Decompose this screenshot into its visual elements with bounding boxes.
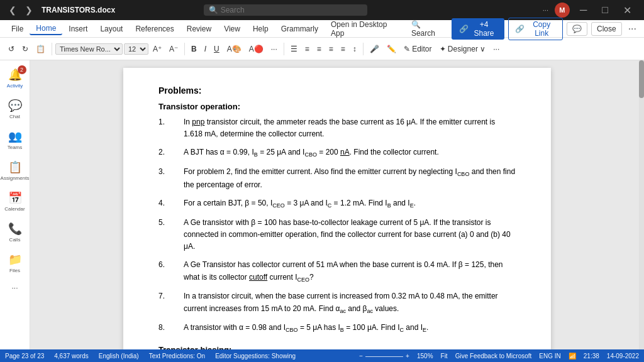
ribbon-more-button[interactable]: ··· bbox=[490, 43, 502, 55]
search-input[interactable] bbox=[221, 6, 362, 14]
files-label: Files bbox=[9, 268, 20, 273]
align-right-button[interactable]: ≡ bbox=[326, 43, 336, 55]
menu-references[interactable]: References bbox=[129, 23, 180, 35]
menu-file[interactable]: File bbox=[5, 23, 30, 35]
calls-label: Calls bbox=[9, 237, 21, 243]
menu-help[interactable]: Help bbox=[247, 23, 275, 35]
list-number: 3. bbox=[158, 166, 174, 191]
more-options-button[interactable]: ··· bbox=[539, 5, 552, 15]
zoom-decrease-icon[interactable]: − bbox=[359, 353, 363, 359]
minimize-button[interactable]: ─ bbox=[572, 4, 594, 16]
font-name-select[interactable]: Times New Ro... bbox=[55, 43, 123, 55]
menu-grammarly[interactable]: Grammarly bbox=[275, 23, 325, 35]
sidebar-item-activity[interactable]: 2 🔔 Activity bbox=[1, 64, 29, 92]
menu-view[interactable]: View bbox=[218, 23, 247, 35]
scroll-thumb[interactable] bbox=[639, 60, 644, 98]
mic-button[interactable]: 🎤 bbox=[367, 43, 382, 55]
search-icon: 🔍 bbox=[209, 6, 218, 14]
ribbon-divider-2 bbox=[184, 43, 185, 55]
zoom-increase-icon[interactable]: + bbox=[406, 353, 409, 359]
clipboard-button[interactable]: 📋 bbox=[33, 43, 48, 55]
wifi-icon: 📶 bbox=[569, 353, 576, 359]
status-bar-right: − —————— + 150% Fit Give Feedback to Mic… bbox=[359, 353, 639, 359]
main-heading: Problems: bbox=[158, 85, 516, 96]
sidebar-item-files[interactable]: 📁 Files bbox=[1, 249, 29, 277]
align-center-button[interactable]: ≡ bbox=[314, 43, 325, 55]
window-close-button[interactable]: ✕ bbox=[616, 4, 639, 16]
avatar[interactable]: M bbox=[555, 3, 570, 18]
sidebar-item-chat[interactable]: 💬 Chat bbox=[1, 95, 29, 123]
redo-button[interactable]: ↻ bbox=[19, 43, 31, 55]
forward-button[interactable]: ❯ bbox=[21, 4, 36, 16]
more-font-button[interactable]: ··· bbox=[268, 43, 280, 55]
tools-group: 🎤 ✏️ ✎ Editor ✦ Designer ∨ ··· bbox=[367, 43, 502, 55]
main-document-area[interactable]: Problems: Transistor operation: 1. In pn… bbox=[30, 60, 644, 349]
ribbon-divider-4 bbox=[363, 43, 364, 55]
menu-search[interactable]: 🔍 Search bbox=[405, 19, 452, 39]
menu-more-button[interactable]: ··· bbox=[626, 23, 639, 35]
menu-bar: File Home Insert Layout References Revie… bbox=[0, 20, 644, 38]
menu-review[interactable]: Review bbox=[180, 23, 218, 35]
copy-link-icon: 🔗 bbox=[515, 25, 525, 33]
more-icon: ··· bbox=[11, 283, 18, 292]
sidebar-item-calendar[interactable]: 📅 Calendar bbox=[1, 187, 29, 216]
font-color-button[interactable]: A🔴 bbox=[246, 43, 267, 55]
eng-label: ENG IN bbox=[539, 353, 560, 359]
zoom-control[interactable]: − —————— + bbox=[359, 353, 409, 359]
list-content: A BJT has α = 0.99, IB = 25 μA and ICBO … bbox=[184, 146, 516, 160]
list-content: A Ge transistor with β = 100 has base-to… bbox=[184, 217, 516, 253]
highlight-button[interactable]: A🎨 bbox=[224, 43, 245, 55]
list-button[interactable]: ☰ bbox=[287, 43, 301, 55]
scrollbar[interactable] bbox=[639, 60, 644, 349]
undo-redo-group: ↺ ↻ 📋 bbox=[5, 43, 48, 55]
underline-button[interactable]: U bbox=[211, 43, 223, 55]
align-left-button[interactable]: ≡ bbox=[302, 43, 313, 55]
calendar-icon: 📅 bbox=[8, 191, 22, 205]
feedback-label[interactable]: Give Feedback to Microsoft bbox=[455, 353, 532, 359]
ribbon-divider-3 bbox=[284, 43, 284, 55]
copy-link-button[interactable]: 🔗 Copy Link bbox=[508, 18, 563, 40]
list-item: 8. A transistor with α = 0.98 and ICBO =… bbox=[158, 322, 516, 335]
maximize-button[interactable]: □ bbox=[594, 4, 616, 16]
list-number: 8. bbox=[158, 322, 174, 335]
designer-button[interactable]: ✦ Designer ∨ bbox=[436, 43, 489, 55]
nav-buttons: ❮ ❯ bbox=[5, 4, 36, 16]
sidebar-item-teams[interactable]: 👥 Teams bbox=[1, 126, 29, 154]
zoom-slider[interactable]: —————— bbox=[365, 353, 403, 359]
comments-button[interactable]: 💬 bbox=[567, 22, 587, 36]
draw-button[interactable]: ✏️ bbox=[384, 43, 399, 55]
editor-button[interactable]: ✎ Editor bbox=[401, 43, 435, 55]
font-size-select[interactable]: 12 bbox=[124, 43, 148, 55]
spacing-button[interactable]: ↕ bbox=[350, 43, 360, 55]
calendar-label: Calendar bbox=[4, 206, 25, 212]
menu-bar-right: 🔗 +4 Share 🔗 Copy Link 💬 Close ··· bbox=[452, 18, 639, 40]
sidebar-item-calls[interactable]: 📞 Calls bbox=[1, 218, 29, 246]
menu-home[interactable]: Home bbox=[30, 23, 62, 35]
ribbon: ↺ ↻ 📋 Times New Ro... 12 A⁺ A⁻ B I U A🎨 … bbox=[0, 38, 644, 60]
list-item: 3. For problem 2, find the emitter curre… bbox=[158, 166, 516, 191]
undo-button[interactable]: ↺ bbox=[5, 43, 18, 55]
font-shrink-button[interactable]: A⁻ bbox=[166, 43, 181, 55]
title-search[interactable]: 🔍 bbox=[204, 4, 367, 16]
date-label: 14-09-2022 bbox=[607, 353, 639, 359]
list-content: In pnp transistor circuit, the ammeter r… bbox=[184, 116, 516, 140]
share-icon: 🔗 bbox=[459, 25, 469, 33]
menu-insert[interactable]: Insert bbox=[62, 23, 94, 35]
italic-button[interactable]: I bbox=[201, 43, 209, 55]
list-number: 2. bbox=[158, 146, 174, 160]
bold-button[interactable]: B bbox=[188, 43, 200, 55]
list-item: 4. For a certain BJT, β = 50, ICEO = 3 μ… bbox=[158, 197, 516, 211]
share-button[interactable]: 🔗 +4 Share bbox=[452, 18, 505, 40]
sidebar-item-assignments[interactable]: 📋 Assignments bbox=[1, 156, 29, 185]
list-content: A Ge Transistor has collector current of… bbox=[184, 259, 516, 284]
menu-layout[interactable]: Layout bbox=[94, 23, 129, 35]
align-justify-button[interactable]: ≡ bbox=[338, 43, 348, 55]
font-grow-button[interactable]: A⁺ bbox=[150, 43, 165, 55]
close-doc-button[interactable]: Close bbox=[591, 22, 622, 36]
sidebar-item-more[interactable]: ··· bbox=[1, 280, 29, 296]
time-label: 21:38 bbox=[584, 353, 599, 359]
fit-label[interactable]: Fit bbox=[441, 353, 448, 359]
text-predictions: Text Predictions: On bbox=[149, 353, 205, 359]
back-button[interactable]: ❮ bbox=[5, 4, 20, 16]
menu-open-desktop[interactable]: Open in Desktop App bbox=[325, 19, 405, 39]
